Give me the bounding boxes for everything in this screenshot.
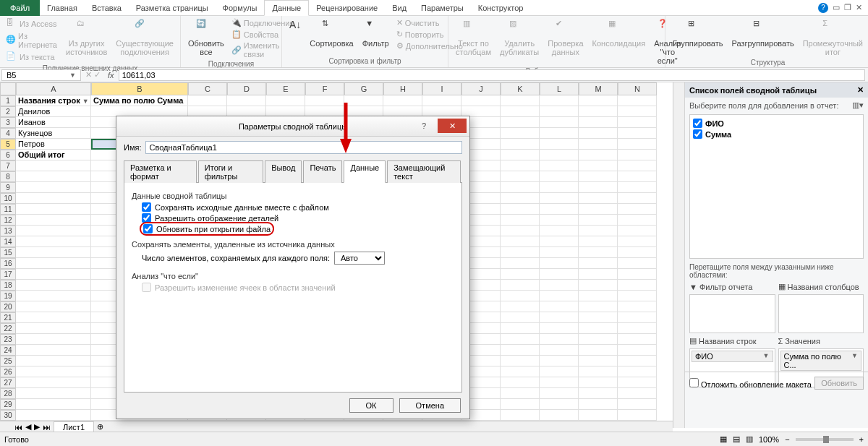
pivot-name-input[interactable] <box>145 141 462 154</box>
row-header[interactable]: 26 <box>0 366 16 377</box>
tab-review[interactable]: Рецензирование <box>309 0 385 16</box>
tab-insert[interactable]: Вставка <box>85 0 129 16</box>
row-header[interactable]: 4 <box>0 128 16 139</box>
row-header[interactable]: 27 <box>0 377 16 388</box>
zone-item-sum[interactable]: Сумма по полю С...▼ <box>780 351 862 371</box>
row-header[interactable]: 23 <box>0 334 16 345</box>
zoom-out-icon[interactable]: − <box>785 435 789 444</box>
field-checkbox[interactable] <box>693 129 702 139</box>
cell[interactable]: Кузнецов <box>16 128 91 139</box>
sheet-nav-first-icon[interactable]: ⏮ <box>14 423 22 432</box>
field-item-summa[interactable]: Сумма <box>693 129 860 140</box>
zoom-in-icon[interactable]: + <box>859 435 864 444</box>
row-header[interactable]: 5 <box>0 139 16 150</box>
help-icon[interactable]: ? <box>818 3 828 13</box>
zoom-level[interactable]: 100% <box>759 435 779 444</box>
restore-icon[interactable]: ❐ <box>844 3 851 13</box>
row-header[interactable]: 21 <box>0 312 16 323</box>
cell[interactable]: Данилов <box>16 106 91 117</box>
ok-button[interactable]: ОК <box>349 398 393 413</box>
sort-az-button[interactable]: A↓ <box>286 17 304 32</box>
cell[interactable]: Названия строк ▼ <box>16 95 91 106</box>
row-header[interactable]: 9 <box>0 182 16 193</box>
row-header[interactable]: 6 <box>0 150 16 160</box>
view-layout-icon[interactable]: ▤ <box>733 434 740 444</box>
row-header[interactable]: 18 <box>0 280 16 291</box>
col-header[interactable]: D <box>227 82 266 95</box>
row-header[interactable]: 7 <box>0 160 16 171</box>
col-header[interactable]: K <box>501 82 540 95</box>
tab-view[interactable]: Вид <box>385 0 414 16</box>
dlg-tab-alt[interactable]: Замещающий текст <box>387 160 461 183</box>
col-header[interactable]: E <box>266 82 305 95</box>
cell[interactable]: Иванов <box>16 117 91 128</box>
update-button[interactable]: Обновить <box>814 377 864 390</box>
zoom-thumb[interactable] <box>823 436 829 443</box>
col-header[interactable]: A <box>16 82 91 95</box>
save-source-checkbox[interactable]: Сохранять исходные данные вместе с файло… <box>132 202 454 213</box>
cell[interactable]: Общий итог <box>16 150 91 160</box>
cancel-button[interactable]: Отмена <box>399 398 461 413</box>
col-header[interactable]: I <box>422 82 461 95</box>
col-header[interactable]: F <box>305 82 344 95</box>
col-header[interactable]: G <box>344 82 383 95</box>
zone-item-fio[interactable]: ФИО▼ <box>692 351 773 362</box>
row-header[interactable]: 22 <box>0 323 16 334</box>
remove-dup-button[interactable]: ▨Удалить дубликаты <box>497 17 542 58</box>
subtotal-button[interactable]: ΣПромежуточный итог <box>800 17 866 58</box>
sort-button[interactable]: ⇅Сортировка <box>307 17 356 49</box>
validation-button[interactable]: ✔Проверка данных <box>545 17 586 58</box>
sheet-tab[interactable]: Лист1 <box>54 421 94 432</box>
zoom-slider[interactable] <box>796 438 854 441</box>
pane-layout-icon[interactable]: ▥▾ <box>852 100 864 110</box>
filter-zone[interactable] <box>689 294 775 333</box>
row-header[interactable]: 3 <box>0 117 16 128</box>
col-header[interactable]: J <box>461 82 501 95</box>
col-header[interactable]: M <box>579 82 618 95</box>
row-header[interactable]: 29 <box>0 399 16 410</box>
tab-home[interactable]: Главная <box>40 0 85 16</box>
select-all-corner[interactable] <box>0 82 16 95</box>
cell[interactable]: Сумма по полю Сумма <box>91 95 188 106</box>
retain-select[interactable]: Авто <box>334 252 385 265</box>
group-button[interactable]: ⊞Группировать <box>670 17 726 49</box>
defer-update-checkbox[interactable]: Отложить обновление макета <box>689 378 812 389</box>
cell[interactable]: Петров <box>16 139 91 150</box>
row-header[interactable]: 30 <box>0 410 16 421</box>
field-item-fio[interactable]: ФИО <box>693 118 860 129</box>
sheet-nav-prev-icon[interactable]: ◀ <box>25 422 31 432</box>
text-to-cols-button[interactable]: ▥Текст по столбцам <box>453 17 494 58</box>
row-header[interactable]: 1 <box>0 95 16 106</box>
dialog-help-icon[interactable]: ? <box>413 119 435 133</box>
row-header[interactable]: 20 <box>0 301 16 312</box>
dlg-tab-data[interactable]: Данные <box>344 160 386 183</box>
close-pane-icon[interactable]: ✕ <box>857 85 864 95</box>
tab-pagelayout[interactable]: Разметка страницы <box>129 0 216 16</box>
sheet-nav-next-icon[interactable]: ▶ <box>34 422 40 432</box>
consolidate-button[interactable]: ▦Консолидация <box>590 17 649 49</box>
row-header[interactable]: 19 <box>0 291 16 301</box>
dlg-tab-layout[interactable]: Разметка и формат <box>124 160 197 183</box>
close-window-icon[interactable]: ✕ <box>856 3 862 13</box>
ungroup-button[interactable]: ⊟Разгруппировать <box>729 17 797 49</box>
dialog-close-icon[interactable]: ✕ <box>438 119 467 133</box>
col-header[interactable]: N <box>618 82 657 95</box>
columns-zone[interactable] <box>778 294 864 333</box>
row-header[interactable]: 11 <box>0 204 16 215</box>
col-header[interactable]: L <box>540 82 579 95</box>
row-header[interactable]: 10 <box>0 193 16 204</box>
tab-formulas[interactable]: Формулы <box>216 0 265 16</box>
show-detail-checkbox[interactable]: Разрешить отображение деталей <box>132 213 454 223</box>
fx-icon[interactable]: fx <box>103 71 119 80</box>
from-text-button[interactable]: 📄Из текста <box>4 51 60 64</box>
from-access-button[interactable]: 🗄Из Access <box>4 17 60 30</box>
row-header[interactable]: 25 <box>0 356 16 366</box>
tab-file[interactable]: Файл <box>0 0 40 16</box>
refresh-all-button[interactable]: 🔄Обновить все <box>185 17 227 58</box>
namebox-dropdown-icon[interactable]: ▼ <box>69 72 76 79</box>
from-web-button[interactable]: 🌐Из Интернета <box>4 31 60 50</box>
vertical-scrollbar[interactable] <box>673 82 684 428</box>
tab-options[interactable]: Параметры <box>414 0 471 16</box>
dlg-tab-print[interactable]: Печать <box>303 160 342 183</box>
col-header[interactable]: B <box>91 82 188 95</box>
